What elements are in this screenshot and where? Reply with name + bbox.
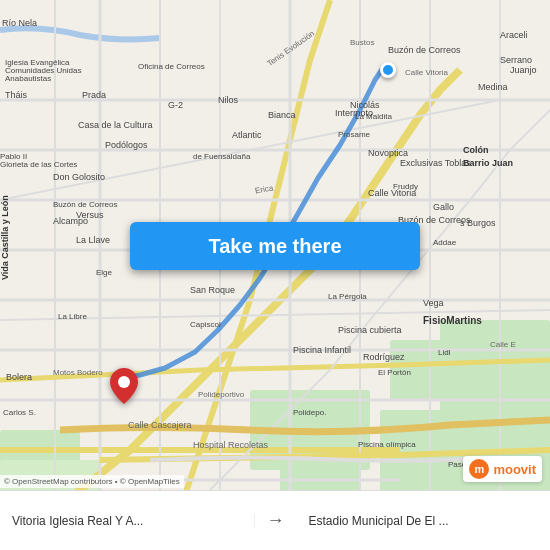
svg-point-8 <box>118 376 130 388</box>
origin-label: Vitoria Iglesia Real Y A... <box>0 514 255 528</box>
map-container: Río Nela Bustos Buzón de Correos Araceli… <box>0 0 550 550</box>
osm-attribution: © OpenStreetMap contributors • © OpenMap… <box>0 475 184 488</box>
start-marker <box>380 62 396 78</box>
moovit-logo-text: moovit <box>493 462 536 477</box>
arrow-icon: → <box>255 510 297 531</box>
bottom-bar: Vitoria Iglesia Real Y A... → Estadio Mu… <box>0 490 550 550</box>
moovit-logo: m moovit <box>463 456 542 482</box>
svg-rect-4 <box>440 320 550 420</box>
destination-label: Estadio Municipal De El ... <box>297 514 551 528</box>
take-me-there-button[interactable]: Take me there <box>130 222 420 270</box>
end-marker <box>110 368 138 408</box>
moovit-logo-icon: m <box>469 459 489 479</box>
